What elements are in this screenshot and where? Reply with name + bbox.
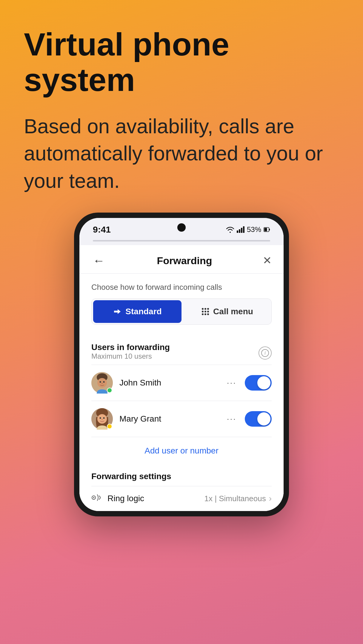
more-options-john[interactable]: ··· — [227, 378, 236, 388]
avatar-mary — [91, 408, 113, 430]
header-title: Forwarding — [157, 255, 212, 267]
close-button[interactable]: ✕ — [263, 254, 272, 267]
forwarding-type-toggle: Standard — [91, 298, 272, 325]
users-section: Users in forwarding Maximum 10 users i — [79, 335, 284, 437]
svg-point-29 — [101, 419, 103, 420]
svg-point-27 — [100, 417, 101, 419]
hero-section: Virtual phone system Based on availabili… — [0, 0, 363, 213]
phone-container: 9:41 53% — [74, 213, 289, 516]
standard-label: Standard — [125, 307, 161, 316]
toggle-knob-john — [257, 376, 270, 389]
status-bar: 9:41 53% — [79, 218, 284, 238]
ring-logic-label: Ring logic — [107, 494, 204, 503]
scroll-bar — [93, 240, 270, 242]
svg-point-21 — [100, 381, 101, 383]
camera-notch — [177, 223, 186, 232]
avatar-mary-status — [107, 424, 112, 429]
ring-logic-icon — [91, 493, 101, 504]
grid-icon — [201, 307, 210, 316]
cell-icon — [237, 226, 244, 233]
user-row-john: John Smith ··· — [91, 365, 272, 401]
add-user-button[interactable]: Add user or number — [144, 446, 218, 455]
svg-rect-2 — [241, 228, 242, 233]
status-icons: 53% — [226, 225, 270, 234]
svg-rect-0 — [237, 230, 238, 233]
toggle-knob-mary — [257, 412, 270, 425]
svg-rect-5 — [269, 229, 270, 230]
hero-subtitle: Based on availability, calls are automat… — [24, 113, 339, 195]
svg-point-23 — [101, 383, 103, 384]
user-name-john: John Smith — [119, 378, 227, 388]
phone-screen: 9:41 53% — [79, 218, 284, 511]
chevron-icon: › — [269, 494, 272, 503]
users-header-text: Users in forwarding Maximum 10 users — [91, 343, 170, 363]
hero-title: Virtual phone system — [24, 27, 339, 98]
scroll-indicator — [79, 238, 284, 242]
svg-point-13 — [202, 313, 204, 315]
battery-text: 53% — [247, 225, 261, 234]
ring-logic-value: 1x | Simultaneous — [204, 494, 266, 503]
more-options-mary[interactable]: ··· — [227, 414, 236, 424]
user-name-mary: Mary Grant — [119, 414, 227, 424]
call-menu-button[interactable]: Call menu — [183, 299, 271, 324]
svg-point-7 — [202, 308, 204, 310]
avatar-john-status — [107, 388, 112, 393]
back-button[interactable]: ← — [91, 254, 106, 267]
toggle-john[interactable] — [245, 375, 272, 391]
toggle-mary[interactable] — [245, 411, 272, 427]
svg-point-14 — [204, 313, 206, 315]
battery-icon — [264, 226, 270, 233]
info-icon[interactable]: i — [259, 346, 272, 360]
forwarding-settings: Forwarding settings Ring logic 1x | Simu — [79, 465, 284, 511]
user-row-mary: Mary Grant ··· — [91, 401, 272, 437]
standard-button[interactable]: Standard — [93, 300, 182, 323]
avatar-john — [91, 372, 113, 394]
max-users-subtitle: Maximum 10 users — [91, 352, 170, 360]
svg-point-15 — [207, 313, 209, 315]
svg-point-8 — [204, 308, 206, 310]
svg-point-12 — [207, 311, 209, 312]
phone-frame: 9:41 53% — [74, 213, 289, 516]
svg-point-31 — [93, 497, 94, 498]
svg-point-9 — [207, 308, 209, 310]
status-time: 9:41 — [93, 225, 111, 235]
svg-point-11 — [204, 311, 206, 312]
add-user-row: Add user or number — [79, 437, 284, 465]
svg-rect-3 — [243, 226, 244, 233]
users-header: Users in forwarding Maximum 10 users i — [91, 335, 272, 365]
svg-text:i: i — [264, 350, 266, 355]
app-header: ← Forwarding ✕ — [79, 245, 284, 274]
svg-rect-1 — [239, 229, 240, 233]
svg-point-28 — [103, 417, 105, 419]
svg-point-10 — [202, 311, 204, 312]
forwarding-desc: Choose how to forward incoming calls — [91, 283, 272, 292]
forward-icon — [113, 308, 122, 315]
svg-rect-6 — [264, 228, 267, 231]
section-content: Choose how to forward incoming calls Sta… — [79, 274, 284, 325]
ring-logic-row[interactable]: Ring logic 1x | Simultaneous › — [91, 486, 272, 511]
call-menu-label: Call menu — [213, 307, 253, 316]
users-in-forwarding-title: Users in forwarding — [91, 343, 170, 352]
svg-point-22 — [103, 381, 105, 383]
wifi-icon — [226, 226, 234, 233]
forwarding-settings-title: Forwarding settings — [91, 472, 272, 481]
app-content: ← Forwarding ✕ Choose how to forward inc… — [79, 245, 284, 511]
